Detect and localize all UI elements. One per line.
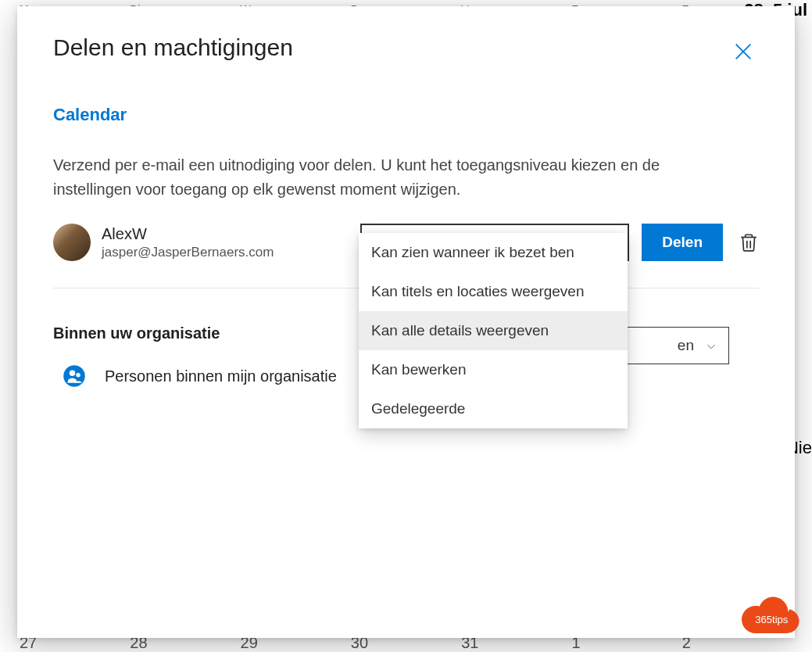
modal-title: Delen en machtigingen xyxy=(53,34,759,61)
permission-option[interactable]: Kan bewerken xyxy=(359,350,628,389)
sharing-description: Verzend per e-mail een uitnodiging voor … xyxy=(53,153,694,202)
svg-point-6 xyxy=(76,373,80,378)
delete-icon[interactable] xyxy=(739,231,759,253)
avatar xyxy=(53,224,91,261)
permission-dropdown: Kan zien wanneer ik bezet ben Kan titels… xyxy=(359,233,628,428)
calendar-section-title: Calendar xyxy=(53,105,759,125)
close-icon[interactable] xyxy=(732,41,754,63)
permission-option[interactable]: Kan zien wanneer ik bezet ben xyxy=(359,233,628,272)
tips-badge[interactable]: 365tips xyxy=(734,594,804,638)
tips-badge-text: 365tips xyxy=(753,614,788,625)
person-email: jasper@JasperBernaers.com xyxy=(102,245,289,260)
chevron-down-icon xyxy=(705,339,717,352)
org-people-label: Personen binnen mijn organisatie xyxy=(105,367,337,385)
svg-point-5 xyxy=(70,371,76,377)
permission-option[interactable]: Kan titels en locaties weergeven xyxy=(359,272,628,311)
sharing-permissions-modal: Delen en machtigingen Calendar Verzend p… xyxy=(17,6,795,638)
person-info: AlexW jasper@JasperBernaers.com xyxy=(102,225,289,260)
svg-point-4 xyxy=(63,365,85,387)
person-name: AlexW xyxy=(102,225,289,243)
share-button[interactable]: Delen xyxy=(642,224,723,261)
permission-option[interactable]: Gedelegeerde xyxy=(359,389,628,428)
org-permission-value-fragment: en xyxy=(678,337,694,354)
permission-option-selected[interactable]: Kan alle details weergeven xyxy=(359,311,628,350)
people-icon xyxy=(63,364,86,388)
